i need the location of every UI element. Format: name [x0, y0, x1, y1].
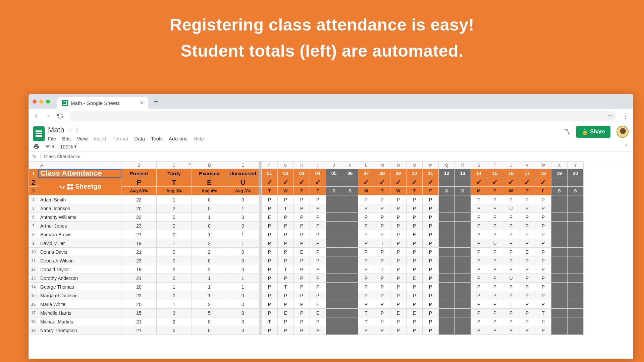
attendance-cell[interactable]: P — [487, 204, 503, 213]
check-icon[interactable]: ✓ — [278, 178, 294, 187]
day-header[interactable]: 16 — [503, 169, 519, 178]
attendance-cell[interactable]: P — [471, 204, 487, 213]
attendance-cell[interactable] — [568, 300, 584, 309]
attendance-cell[interactable]: P — [519, 195, 535, 204]
zoom-select[interactable]: 100% ▾ — [60, 143, 77, 149]
avg-cell[interactable]: Avg 3% — [157, 187, 192, 195]
attendance-cell[interactable] — [455, 248, 471, 256]
attendance-cell[interactable] — [455, 309, 471, 317]
stat-cell[interactable]: 0 — [192, 195, 227, 204]
column-header[interactable]: J — [326, 162, 342, 169]
attendance-cell[interactable] — [568, 256, 584, 265]
avg-cell[interactable]: Avg 89% — [121, 187, 157, 195]
attendance-cell[interactable]: P — [535, 222, 551, 230]
stat-cell[interactable]: 1 — [227, 230, 259, 239]
attendance-cell[interactable]: P — [390, 265, 407, 274]
weekend-cell[interactable] — [326, 178, 342, 187]
attendance-cell[interactable]: T — [278, 204, 294, 213]
attendance-cell[interactable]: P — [519, 317, 535, 326]
day-header[interactable]: 03 — [294, 169, 310, 178]
attendance-cell[interactable]: P — [278, 222, 294, 230]
spreadsheet[interactable]: ABCDEFGHIJKLMNOPQRSTUVWXY1Class Attendan… — [29, 161, 633, 335]
stat-cell[interactable]: 0 — [192, 317, 227, 326]
attendance-cell[interactable]: P — [294, 195, 310, 204]
attendance-cell[interactable]: P — [407, 256, 423, 265]
attendance-cell[interactable]: P — [519, 256, 535, 265]
row-header[interactable]: 19 — [29, 326, 38, 335]
attendance-cell[interactable] — [326, 204, 342, 213]
attendance-cell[interactable]: P — [519, 291, 535, 300]
attendance-cell[interactable]: P — [358, 195, 374, 204]
attendance-cell[interactable]: P — [294, 222, 310, 230]
dow-cell[interactable]: S — [342, 187, 358, 195]
student-name[interactable]: Margaret Jackson — [38, 291, 121, 300]
column-header[interactable]: A — [38, 162, 121, 169]
attendance-cell[interactable]: P — [278, 274, 294, 283]
attendance-cell[interactable]: P — [358, 326, 374, 335]
attendance-cell[interactable]: P — [535, 300, 551, 309]
student-name[interactable]: Nancy Thompson — [38, 326, 121, 335]
gap[interactable] — [259, 300, 262, 309]
attendance-cell[interactable]: P — [407, 265, 423, 274]
attendance-cell[interactable]: P — [423, 326, 439, 335]
attendance-cell[interactable]: P — [358, 274, 374, 283]
attendance-cell[interactable] — [326, 274, 342, 283]
dow-cell[interactable]: W — [503, 187, 519, 195]
attendance-cell[interactable]: E — [278, 309, 294, 317]
attendance-cell[interactable]: P — [262, 248, 278, 256]
day-header[interactable]: 14 — [471, 169, 487, 178]
attendance-cell[interactable]: P — [535, 265, 551, 274]
stat-cell[interactable]: 21 — [121, 317, 157, 326]
attendance-cell[interactable]: P — [358, 283, 374, 291]
dow-cell[interactable]: F — [535, 187, 551, 195]
stat-cell[interactable]: 2 — [192, 248, 227, 256]
check-icon[interactable]: ✓ — [374, 178, 390, 187]
attendance-cell[interactable]: P — [310, 317, 326, 326]
stat-cell[interactable]: 0 — [227, 309, 259, 317]
attendance-cell[interactable]: P — [487, 265, 503, 274]
attendance-cell[interactable]: P — [262, 291, 278, 300]
attendance-cell[interactable]: P — [390, 291, 407, 300]
attendance-cell[interactable]: P — [423, 256, 439, 265]
code-header[interactable]: U — [227, 178, 259, 187]
attendance-cell[interactable]: P — [503, 195, 519, 204]
attendance-cell[interactable]: P — [471, 256, 487, 265]
attendance-cell[interactable]: E — [310, 309, 326, 317]
attendance-cell[interactable] — [551, 309, 568, 317]
attendance-cell[interactable]: U — [487, 239, 503, 248]
row-header[interactable]: 4 — [29, 195, 38, 204]
attendance-cell[interactable]: P — [471, 300, 487, 309]
attendance-cell[interactable]: P — [519, 230, 535, 239]
column-header[interactable]: O — [407, 162, 423, 169]
column-header[interactable]: R — [455, 162, 471, 169]
stat-cell[interactable]: 0 — [227, 265, 259, 274]
stat-cell[interactable]: 1 — [157, 195, 192, 204]
attendance-cell[interactable] — [568, 248, 584, 256]
reload-button[interactable] — [57, 113, 63, 119]
attendance-cell[interactable]: P — [294, 204, 310, 213]
stat-header[interactable]: Tardy — [157, 169, 192, 178]
attendance-cell[interactable]: P — [503, 265, 519, 274]
attendance-cell[interactable] — [439, 300, 455, 309]
attendance-cell[interactable]: P — [407, 291, 423, 300]
gap[interactable] — [259, 178, 262, 187]
attendance-cell[interactable]: P — [535, 248, 551, 256]
attendance-cell[interactable] — [455, 213, 471, 222]
attendance-cell[interactable]: P — [278, 230, 294, 239]
attendance-cell[interactable] — [326, 230, 342, 239]
attendance-cell[interactable]: P — [407, 317, 423, 326]
student-name[interactable]: Donna Davis — [38, 248, 121, 256]
attendance-cell[interactable]: P — [471, 248, 487, 256]
attendance-cell[interactable]: P — [278, 239, 294, 248]
attendance-cell[interactable]: T — [374, 239, 390, 248]
attendance-cell[interactable]: P — [503, 291, 519, 300]
attendance-cell[interactable]: P — [407, 300, 423, 309]
attendance-cell[interactable]: P — [294, 300, 310, 309]
share-button[interactable]: 🔒 Share — [576, 126, 610, 138]
attendance-cell[interactable] — [568, 265, 584, 274]
close-window-icon[interactable] — [33, 100, 37, 104]
attendance-cell[interactable]: P — [423, 230, 439, 239]
gap[interactable] — [259, 239, 262, 248]
stat-cell[interactable]: 1 — [157, 300, 192, 309]
attendance-cell[interactable]: P — [294, 213, 310, 222]
